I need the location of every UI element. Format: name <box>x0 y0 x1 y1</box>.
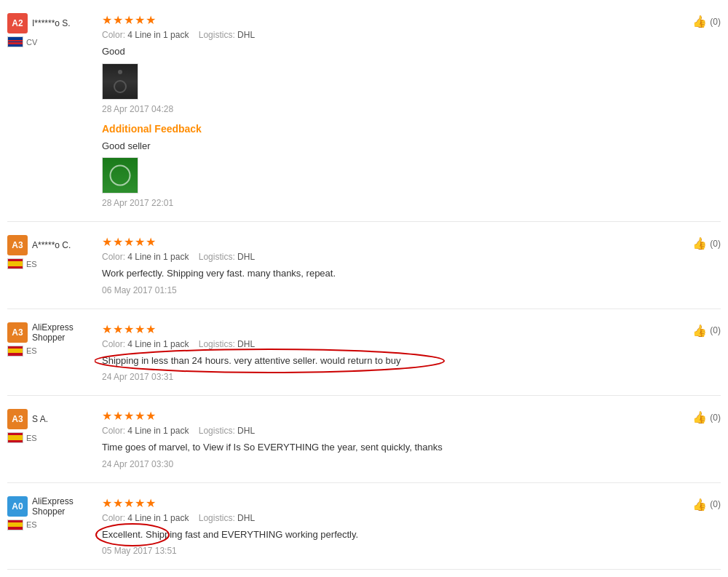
flag-icon-es-2 <box>7 258 23 269</box>
review-item-1: A2 I******o S. CV ★ ★ ★ ★ ★ Color: 4 Lin… <box>7 0 721 222</box>
flag-icon-es-3 <box>7 346 23 357</box>
star: ★ <box>102 409 112 423</box>
review-image-phone <box>102 63 138 100</box>
review-content-5: ★ ★ ★ ★ ★ Color: 4 Line in 1 pack Logist… <box>95 496 677 557</box>
logistics-label: Logistics: <box>199 339 237 349</box>
star: ★ <box>135 13 145 27</box>
star: ★ <box>102 496 112 510</box>
review-meta-5: Color: 4 Line in 1 pack Logistics: DHL <box>102 513 670 523</box>
like-section-1: 👍 (0) <box>677 13 721 208</box>
review-content-2: ★ ★ ★ ★ ★ Color: 4 Line in 1 pack Logist… <box>95 235 677 295</box>
color-value: 4 Line in 1 pack <box>127 513 189 523</box>
star: ★ <box>102 322 112 336</box>
country-flag-4: ES <box>7 432 95 443</box>
like-section-4: 👍 (0) <box>677 409 721 469</box>
color-label: Color: <box>102 513 127 523</box>
logistics-label: Logistics: <box>199 30 237 40</box>
star: ★ <box>124 496 134 510</box>
review-date-5: 05 May 2017 13:51 <box>102 546 670 556</box>
logistics-label: Logistics: <box>199 426 237 436</box>
country-flag-3: ES <box>7 346 95 357</box>
star: ★ <box>135 496 145 510</box>
color-value: 4 Line in 1 pack <box>127 30 189 40</box>
stars-5: ★ ★ ★ ★ ★ <box>102 496 670 510</box>
color-label: Color: <box>102 30 127 40</box>
star: ★ <box>135 235 145 249</box>
stars-4: ★ ★ ★ ★ ★ <box>102 409 670 423</box>
country-code-5: ES <box>26 520 37 529</box>
stars-1: ★ ★ ★ ★ ★ <box>102 13 670 27</box>
star-half: ★ <box>146 409 156 423</box>
reviewer-name-5: AliExpress Shopper <box>32 496 95 517</box>
star: ★ <box>113 409 123 423</box>
reviewer-name-4: S A. <box>32 414 48 424</box>
reviewer-info-2: A3 A*****o C. ES <box>7 235 95 295</box>
like-button-2[interactable]: 👍 (0) <box>692 236 721 250</box>
like-button-4[interactable]: 👍 (0) <box>692 410 721 424</box>
review-text-5: Excellent. Shipping fast and EVERYTHING … <box>102 528 670 542</box>
review-date-3: 24 Apr 2017 03:31 <box>102 372 670 382</box>
like-button-5[interactable]: 👍 (0) <box>692 498 721 512</box>
star-half: ★ <box>146 235 156 249</box>
star: ★ <box>113 322 123 336</box>
avatar-3: A3 <box>7 322 28 343</box>
reviewer-name-1: I******o S. <box>32 18 71 28</box>
additional-feedback-label: Additional Feedback <box>102 123 670 135</box>
like-count-2: (0) <box>710 239 721 249</box>
star: ★ <box>113 235 123 249</box>
star: ★ <box>124 409 134 423</box>
review-meta-2: Color: 4 Line in 1 pack Logistics: DHL <box>102 252 670 262</box>
review-date-4: 24 Apr 2017 03:30 <box>102 459 670 469</box>
like-count-1: (0) <box>710 17 721 27</box>
reviewer-info-3: A3 AliExpress Shopper ES <box>7 322 95 383</box>
review-date-2: 06 May 2017 01:15 <box>102 285 670 295</box>
review-text-5-rest: Shipping fast and EVERYTHING working per… <box>143 529 358 540</box>
review-text-2: Work perfectly. Shipping very fast. many… <box>102 266 670 281</box>
flag-icon-cv <box>7 36 23 47</box>
circled-text-3: Shipping in less than 24 hours. very att… <box>102 355 400 366</box>
stars-2: ★ ★ ★ ★ ★ <box>102 235 670 249</box>
thumbs-up-icon: 👍 <box>692 410 707 424</box>
logistics-value: DHL <box>237 426 255 436</box>
thumbs-up-icon: 👍 <box>692 236 707 250</box>
flag-icon-es-5 <box>7 520 23 530</box>
reviewer-name-2: A*****o C. <box>32 240 71 250</box>
color-value: 4 Line in 1 pack <box>127 339 189 349</box>
color-value: 4 Line in 1 pack <box>127 252 189 262</box>
star: ★ <box>135 409 145 423</box>
avatar-1: A2 <box>7 13 28 33</box>
like-section-2: 👍 (0) <box>677 235 721 295</box>
reviewer-info-5: A0 AliExpress Shopper ES <box>7 496 95 557</box>
logistics-label: Logistics: <box>199 513 237 523</box>
flag-icon-es-4 <box>7 432 23 443</box>
star-half: ★ <box>146 13 156 27</box>
avatar-2: A3 <box>7 235 28 255</box>
country-flag-2: ES <box>7 258 95 269</box>
country-flag-5: ES <box>7 520 95 530</box>
reviewer-info-1: A2 I******o S. CV <box>7 13 95 208</box>
review-item-3: A3 AliExpress Shopper ES ★ ★ ★ ★ ★ Color… <box>7 309 721 397</box>
reviewer-info-4: A3 S A. ES <box>7 409 95 469</box>
star: ★ <box>124 322 134 336</box>
like-button-3[interactable]: 👍 (0) <box>692 324 721 338</box>
review-text-4: Time goes of marvel, to View if Is So EV… <box>102 440 670 455</box>
review-content-3: ★ ★ ★ ★ ★ Color: 4 Line in 1 pack Logist… <box>95 322 677 383</box>
logistics-value: DHL <box>237 252 255 262</box>
country-code-2: ES <box>26 260 37 268</box>
star-half: ★ <box>146 496 156 510</box>
country-code-3: ES <box>26 346 37 355</box>
avatar-5: A0 <box>7 496 28 517</box>
review-meta-4: Color: 4 Line in 1 pack Logistics: DHL <box>102 426 670 436</box>
review-meta-3: Color: 4 Line in 1 pack Logistics: DHL <box>102 339 670 349</box>
star: ★ <box>113 496 123 510</box>
star-half: ★ <box>146 322 156 336</box>
star: ★ <box>102 13 112 27</box>
like-button-1[interactable]: 👍 (0) <box>692 15 721 28</box>
review-content-1: ★ ★ ★ ★ ★ Color: 4 Line in 1 pack Logist… <box>95 13 677 208</box>
circled-text-5: Excellent. <box>102 529 143 540</box>
color-value: 4 Line in 1 pack <box>127 426 189 436</box>
review-item-2: A3 A*****o C. ES ★ ★ ★ ★ ★ Color: 4 Line… <box>7 222 721 309</box>
like-section-3: 👍 (0) <box>677 322 721 383</box>
logistics-value: DHL <box>237 30 255 40</box>
star: ★ <box>124 13 134 27</box>
